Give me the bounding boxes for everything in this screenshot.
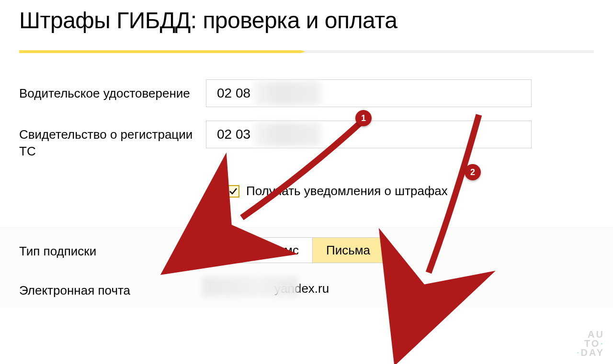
progress-fill [19, 50, 301, 53]
checkmark-icon [228, 187, 238, 196]
row-email: Электронная почта xxxxxxxxxxxyandex.ru [19, 276, 594, 299]
page-title: Штрафы ГИБДД: проверка и оплата [19, 7, 594, 33]
annotation-badge-2: 2 [465, 164, 481, 180]
toggle-option-email[interactable]: Письма [313, 238, 384, 263]
subscription-toggle: Письма и смс Письма [206, 237, 384, 263]
notify-checkbox-label: Получать уведомления о штрафах [246, 184, 448, 199]
label-registration: Свидетельство о регистрации ТС [19, 121, 206, 160]
progress-bar [19, 50, 594, 53]
row-drivers-license: Водительское удостоверение [19, 79, 594, 107]
row-notify-checkbox: Получать уведомления о штрафах [227, 184, 594, 199]
notify-checkbox[interactable] [227, 185, 239, 198]
label-email: Электронная почта [19, 276, 206, 299]
watermark: AU TO· ·DAY [577, 330, 604, 357]
annotation-badge-1: 1 [355, 110, 372, 126]
label-subscription-type: Тип подписки [19, 237, 206, 260]
input-registration[interactable] [206, 121, 532, 148]
row-registration: Свидетельство о регистрации ТС [19, 121, 594, 160]
row-subscription-type: Тип подписки Письма и смс Письма [19, 237, 594, 263]
label-drivers-license: Водительское удостоверение [19, 79, 206, 102]
email-value: xxxxxxxxxxxyandex.ru [206, 276, 329, 296]
input-drivers-license[interactable] [206, 79, 532, 107]
toggle-option-both[interactable]: Письма и смс [206, 238, 313, 263]
